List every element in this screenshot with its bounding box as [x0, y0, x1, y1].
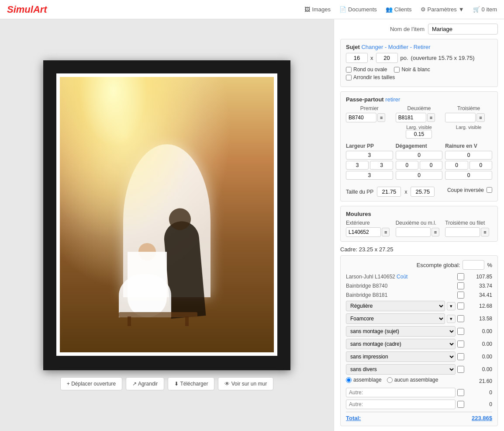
brand-logo[interactable]: SimulArt [7, 4, 47, 15]
montage-cadre-select[interactable]: sans montage (cadre) avec montage (cadre… [346, 339, 456, 349]
nav-clients[interactable]: 👥 Clients [386, 6, 412, 13]
moulure-deux-col: Deuxième ou m.l. ≡ [396, 220, 443, 237]
total-label[interactable]: Total: [346, 415, 472, 421]
right-panel: Nom de l'item Sujet Changer - Modifier -… [334, 19, 504, 431]
moulure-deux-menu-btn[interactable]: ≡ [432, 228, 439, 236]
rond-oval-checkbox[interactable] [346, 67, 352, 73]
pp-rain-top[interactable] [445, 151, 492, 160]
autre1-row: 0 [346, 388, 492, 397]
arrondir-checkbox-label[interactable]: Arrondir les tailles [346, 74, 395, 80]
noir-blanc-checkbox-label[interactable]: Noir & blanc [394, 66, 430, 73]
agrandir-button[interactable]: ↗ Agrandir [126, 377, 164, 390]
b8740-checkbox[interactable] [457, 282, 464, 289]
reguliere-chevron[interactable]: ▾ [447, 302, 456, 310]
sujet-section: Sujet Changer - Modifier - Retirer x po.… [340, 39, 498, 87]
moulure-trois-menu-btn[interactable]: ≡ [481, 228, 489, 236]
nav-cart[interactable]: 🛒 0 item [473, 6, 497, 13]
pp-deg-right[interactable] [420, 161, 442, 170]
impression-select[interactable]: sans impression avec impression [346, 351, 456, 362]
moulure-ext-menu-btn[interactable]: ≡ [382, 228, 390, 236]
reguliere-select[interactable]: Régulière Autre [346, 301, 445, 311]
impression-checkbox[interactable] [457, 353, 464, 360]
divers-select[interactable]: sans divers avec divers [346, 364, 456, 375]
clients-icon: 👥 [386, 6, 393, 13]
assemblage-value: 21.60 [466, 378, 492, 384]
montage-cadre-checkbox[interactable] [457, 341, 464, 348]
moulure-trois-input[interactable] [445, 227, 480, 237]
pp-largeur-pair [346, 161, 393, 170]
bench-legs [128, 316, 189, 326]
autre1-value: 0 [466, 389, 492, 396]
moulure-deux-input[interactable] [396, 227, 431, 237]
voir-mur-button[interactable]: 👁 Voir sur un mur [218, 377, 273, 390]
pp-troisieme-input-row: ≡ [445, 113, 492, 122]
sujet-changer-link[interactable]: Changer - Modifier - Retirer [361, 44, 430, 50]
assemblage-radio[interactable] [346, 377, 352, 383]
coupe-inversee-checkbox[interactable] [487, 187, 492, 193]
pp-largeur-right[interactable] [370, 161, 393, 170]
autre2-checkbox[interactable] [457, 401, 464, 408]
pp-troisieme-input[interactable] [445, 113, 476, 122]
autre2-input[interactable] [346, 400, 456, 409]
pp-rain-right[interactable] [469, 161, 492, 170]
montage-sujet-checkbox[interactable] [457, 328, 464, 335]
pp-rain-bot[interactable] [445, 171, 492, 180]
pp-largeur-top[interactable] [346, 151, 393, 160]
b8181-checkbox[interactable] [457, 292, 464, 299]
pp-deuxieme-input[interactable] [396, 113, 426, 122]
montage-sujet-select[interactable]: sans montage (sujet) avec montage (sujet… [346, 326, 456, 337]
larson-cout-link[interactable]: Coût [397, 274, 407, 280]
item-name-row: Nom de l'item [340, 24, 498, 35]
arrondir-checkbox[interactable] [346, 75, 352, 80]
nav-images[interactable]: 🖼 Images [304, 6, 331, 13]
pp-premier-menu-btn[interactable]: ≡ [377, 113, 385, 122]
pp-deg-bot[interactable] [396, 171, 443, 180]
reguliere-checkbox[interactable] [457, 302, 464, 309]
larson-value: 107.85 [466, 274, 492, 280]
pp-deg-top[interactable] [396, 151, 443, 160]
foamcore-chevron[interactable]: ▾ [447, 315, 456, 323]
autre1-input[interactable] [346, 388, 456, 397]
foamcore-checkbox[interactable] [457, 315, 464, 322]
image-panel: + Déplacer ouverture ↗ Agrandir ⬇ Téléch… [0, 19, 334, 431]
sujet-height-input[interactable] [376, 53, 398, 63]
pp-deuxieme-menu-btn[interactable]: ≡ [427, 113, 435, 122]
pp-deg-left[interactable] [396, 161, 418, 170]
pp-retirer-link[interactable]: retirer [385, 96, 400, 103]
total-value: 223.86$ [472, 415, 492, 421]
escompte-input[interactable] [463, 260, 484, 270]
pp-rain-left[interactable] [445, 161, 468, 170]
autre1-checkbox[interactable] [457, 389, 464, 396]
taille-pp-height[interactable] [411, 187, 435, 197]
larson-checkbox[interactable] [457, 273, 464, 280]
larg-visible-input1[interactable] [406, 130, 432, 139]
divers-checkbox[interactable] [457, 366, 464, 373]
aucun-assemblage-radio-label[interactable]: aucun assemblage [387, 377, 438, 383]
pp-largeur-bot[interactable] [346, 171, 393, 180]
rond-oval-checkbox-label[interactable]: Rond ou ovale [346, 66, 387, 73]
nav-parametres[interactable]: ⚙ Paramètres ▼ [421, 6, 464, 13]
pp-troisieme-menu-btn[interactable]: ≡ [476, 113, 484, 122]
pp-taille-row: Taille du PP x Coupe inversée [346, 183, 492, 197]
cadre-label: Cadre: [340, 246, 357, 253]
nav-documents[interactable]: 📄 Documents [339, 6, 377, 13]
image-buttons: + Déplacer ouverture ↗ Agrandir ⬇ Téléch… [60, 377, 273, 390]
taille-pp-label: Taille du PP [346, 189, 373, 195]
noir-blanc-checkbox[interactable] [394, 67, 400, 73]
foamcore-select[interactable]: Foamcore Autre [346, 313, 445, 324]
sujet-width-input[interactable] [346, 53, 368, 63]
deplacer-button[interactable]: + Déplacer ouverture [60, 377, 122, 390]
pp-premier-input[interactable] [346, 113, 376, 122]
montage-cadre-row: sans montage (cadre) avec montage (cadre… [346, 339, 492, 349]
item-name-input[interactable] [428, 24, 498, 35]
autre2-row: 0 [346, 400, 492, 409]
aucun-assemblage-radio[interactable] [387, 377, 393, 383]
pp-largeur-left[interactable] [346, 161, 369, 170]
assemblage-radio-label[interactable]: assemblage [346, 377, 382, 383]
b8181-value: 34.41 [466, 292, 492, 298]
coupe-inversee-label: Coupe inversée [447, 187, 484, 193]
telecharger-button[interactable]: ⬇ Télécharger [168, 377, 214, 390]
cart-icon: 🛒 [473, 6, 480, 13]
taille-pp-width[interactable] [377, 187, 401, 197]
moulure-ext-input[interactable] [346, 227, 381, 237]
